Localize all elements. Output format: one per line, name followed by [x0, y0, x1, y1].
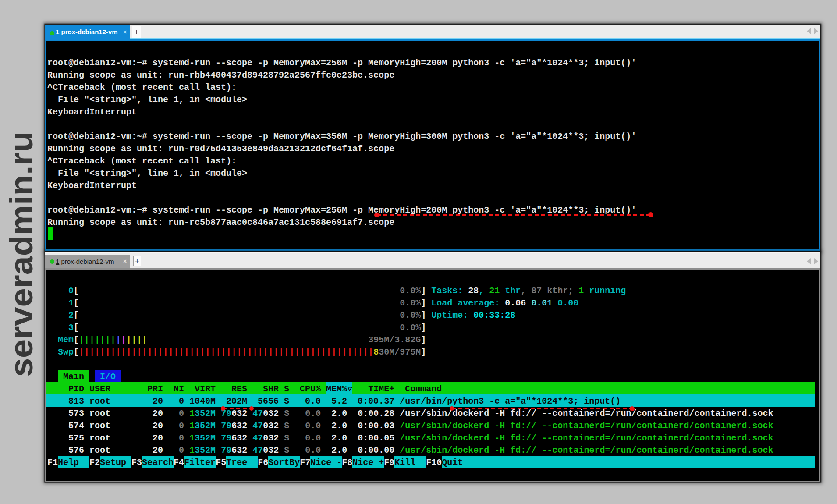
svg-text:serveradmin.ru: serveradmin.ru — [3, 131, 39, 377]
